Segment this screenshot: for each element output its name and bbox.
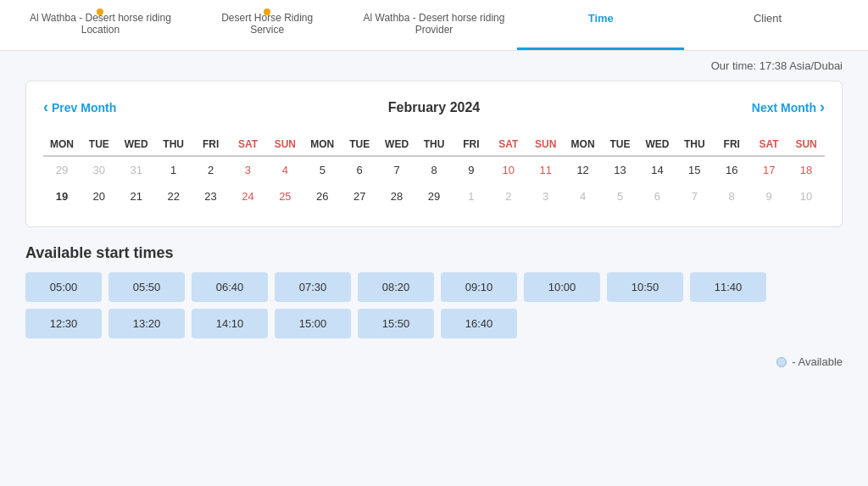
day-cell[interactable]: 10 [490,157,527,183]
chevron-right-icon [820,98,825,116]
time-slot-0500[interactable]: 05:00 [25,272,102,302]
day-cell[interactable]: 4 [266,157,303,183]
day-header-thu: THU [155,133,192,157]
day-header-sat: SAT [230,133,267,157]
day-cell[interactable]: 5 [602,183,639,209]
day-header-sun: SUN [527,133,565,157]
time-slot-0910[interactable]: 09:10 [441,272,517,302]
legend-text: - Available [792,355,843,368]
day-cell[interactable]: 18 [787,157,825,183]
nav-dot-service [264,8,270,15]
day-header-tue: TUE [341,133,378,157]
time-slot-0820[interactable]: 08:20 [358,272,434,302]
day-header-sun: SUN [787,133,825,157]
time-slot-1550[interactable]: 15:50 [358,309,434,338]
day-header-mon: MON [43,133,81,157]
nav-item-client[interactable]: Client [684,0,851,50]
time-slot-1230[interactable]: 12:30 [25,309,102,338]
chevron-left-icon [43,98,48,116]
day-header-tue: TUE [81,133,118,157]
next-month-label: Next Month [752,101,816,115]
day-cell[interactable]: 2 [192,157,230,183]
day-cell[interactable]: 9 [750,183,787,209]
time-slot-0640[interactable]: 06:40 [192,272,268,302]
day-cell[interactable]: 2 [490,183,527,209]
day-cell[interactable]: 20 [81,183,118,209]
day-header-sat: SAT [750,133,787,157]
day-cell[interactable]: 8 [415,157,453,183]
day-cell[interactable]: 10 [787,183,825,209]
day-cell[interactable]: 11 [527,157,565,183]
day-cell[interactable]: 8 [713,183,750,209]
day-header-wed: WED [118,133,155,157]
day-cell[interactable]: 19 [43,183,81,209]
legend: - Available [25,355,843,368]
day-cell[interactable]: 21 [118,183,155,209]
calendar-grid: MONTUEWEDTHUFRISATSUNMONTUEWEDTHUFRISATS… [43,133,825,209]
nav-item-service[interactable]: Desert Horse RidingService [184,0,351,50]
day-header-mon: MON [565,133,602,157]
day-cell[interactable]: 17 [750,157,787,183]
nav-item-time[interactable]: Time [517,0,684,50]
time-slot-1410[interactable]: 14:10 [192,309,268,338]
day-cell[interactable]: 4 [565,183,602,209]
day-cell[interactable]: 7 [676,183,713,209]
time-slots-container: 05:0005:5006:4007:3008:2009:1010:0010:50… [25,272,843,338]
day-cell[interactable]: 15 [676,157,713,183]
calendar-header: Prev Month February 2024 Next Month [43,98,825,116]
day-cell[interactable]: 14 [638,157,676,183]
day-header-fri: FRI [713,133,750,157]
day-cell[interactable]: 5 [303,157,341,183]
day-header-fri: FRI [192,133,230,157]
day-cell[interactable]: 1 [155,157,192,183]
day-header-tue: TUE [602,133,639,157]
day-cell[interactable]: 13 [602,157,639,183]
time-slot-1640[interactable]: 16:40 [441,309,517,338]
available-times-title: Available start times [25,244,843,262]
day-cell[interactable]: 31 [118,157,155,183]
day-cell[interactable]: 3 [527,183,565,209]
day-header-fri: FRI [453,133,490,157]
nav-dot-location [97,8,103,15]
day-cell[interactable]: 26 [303,183,341,209]
day-header-wed: WED [638,133,676,157]
time-slot-1500[interactable]: 15:00 [275,309,351,338]
calendar-container: Prev Month February 2024 Next Month MONT… [25,81,843,227]
prev-month-button[interactable]: Prev Month [43,98,116,116]
day-cell[interactable]: 29 [43,157,81,183]
day-header-mon: MON [303,133,341,157]
day-header-sun: SUN [266,133,303,157]
day-header-thu: THU [676,133,713,157]
time-slot-0730[interactable]: 07:30 [275,272,351,302]
day-cell[interactable]: 23 [192,183,230,209]
day-cell[interactable]: 25 [266,183,303,209]
time-slot-0550[interactable]: 05:50 [108,272,185,302]
day-cell[interactable]: 12 [565,157,602,183]
top-navigation: Al Wathba - Desert horse ridingLocation … [0,0,868,51]
day-cell[interactable]: 22 [155,183,192,209]
day-cell[interactable]: 1 [453,183,490,209]
nav-item-location[interactable]: Al Wathba - Desert horse ridingLocation [17,0,184,50]
calendar-title: February 2024 [388,100,481,115]
day-cell[interactable]: 29 [415,183,453,209]
day-cell[interactable]: 28 [378,183,415,209]
time-slot-1000[interactable]: 10:00 [524,272,600,302]
day-cell[interactable]: 27 [341,183,378,209]
day-cell[interactable]: 24 [230,183,267,209]
next-month-button[interactable]: Next Month [752,98,825,116]
time-slot-1050[interactable]: 10:50 [607,272,683,302]
day-cell[interactable]: 16 [713,157,750,183]
day-cell[interactable]: 7 [378,157,415,183]
day-cell[interactable]: 30 [81,157,118,183]
day-header-sat: SAT [490,133,527,157]
day-cell[interactable]: 6 [341,157,378,183]
nav-item-provider[interactable]: Al Wathba - Desert horse ridingProvider [351,0,518,50]
day-cell[interactable]: 6 [638,183,676,209]
legend-dot [776,357,787,367]
day-cell[interactable]: 9 [453,157,490,183]
time-slot-1140[interactable]: 11:40 [690,272,766,302]
time-slot-1320[interactable]: 13:20 [108,309,185,338]
day-cell[interactable]: 3 [230,157,267,183]
time-info: Our time: 17:38 Asia/Dubai [0,51,868,81]
day-header-thu: THU [415,133,453,157]
